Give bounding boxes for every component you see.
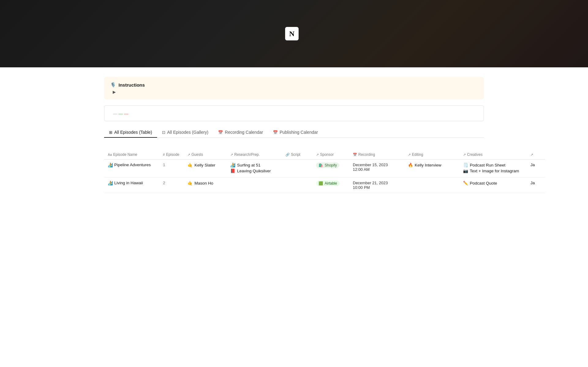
sponsor-emoji: 🟩 bbox=[318, 181, 323, 185]
episode-name-cell: 🏄 Living in Hawaii bbox=[108, 181, 156, 185]
research-text: Surfing at 51 bbox=[237, 163, 261, 167]
new-badge bbox=[113, 114, 117, 115]
tab-publishing-calendar[interactable]: 📅 Publishing Calendar bbox=[268, 127, 323, 138]
episode-icon: 🏄 bbox=[108, 181, 113, 185]
sponsor-badge: 🟩 Airtable bbox=[316, 181, 340, 186]
creative-text: Podcast Quote bbox=[470, 181, 497, 185]
recording-date: December 15, 202312:00 AM bbox=[353, 163, 401, 172]
research-text: Leaving Quiksilver bbox=[237, 169, 271, 173]
creative-item: ✏️ Podcast Quote bbox=[463, 181, 523, 185]
recording-cell: December 15, 202312:00 AM bbox=[349, 159, 404, 178]
research-item: 🏄 Surfing at 51 bbox=[230, 163, 278, 167]
guest-emoji: 🤙 bbox=[187, 163, 193, 167]
sponsor-badge: 🛍️ Shopify bbox=[316, 163, 339, 168]
th-research: ↗Research/Prep. bbox=[227, 150, 282, 159]
hero-banner: N bbox=[0, 0, 588, 67]
th-script: 🔗Script bbox=[282, 150, 312, 159]
guest-name: 🤙 Mason Ho bbox=[187, 181, 223, 185]
research-icon: 📕 bbox=[230, 168, 236, 173]
th-guests: ↗Guests bbox=[184, 150, 227, 159]
notion-logo-icon: N bbox=[285, 27, 299, 40]
guest-name-text: Kelly Slater bbox=[194, 163, 215, 167]
table-icon: ⊞ bbox=[109, 130, 112, 135]
publishing-cal-icon: 📅 bbox=[273, 130, 278, 135]
hero-title-container: N bbox=[285, 27, 303, 40]
page-content: 🎙️ Instructions ▶ ⊞ All Episodes (Table) bbox=[80, 77, 508, 212]
open-instructions-toggle[interactable]: ▶ bbox=[110, 90, 478, 94]
research-cell bbox=[227, 178, 282, 193]
episode-name-cell: 🏄 Pipeline Adventures bbox=[108, 163, 156, 167]
tab-recording-calendar[interactable]: 📅 Recording Calendar bbox=[213, 127, 268, 138]
creative-icon: 🗒️ bbox=[463, 163, 468, 167]
mic-icon: 🎙️ bbox=[110, 82, 116, 88]
th-sponsor: ↗Sponsor bbox=[312, 150, 349, 159]
guest-name: 🤙 Kelly Slater bbox=[187, 163, 223, 167]
extra-cell: Ja bbox=[527, 159, 545, 178]
recording-cal-icon: 📅 bbox=[218, 130, 223, 135]
tab-all-episodes-table[interactable]: ⊞ All Episodes (Table) bbox=[104, 127, 157, 138]
creative-text: Text + Image for Instagram bbox=[470, 169, 519, 173]
tab-label-2: All Episodes (Gallery) bbox=[167, 130, 209, 135]
table-row[interactable]: 🏄 Pipeline Adventures 1 🤙 Kelly Slater 🏄… bbox=[104, 159, 545, 178]
creatives-cell: 🗒️ Podcast Run Sheet 📷 Text + Image for … bbox=[459, 159, 527, 178]
triangle-icon: ▶ bbox=[113, 90, 115, 94]
open-badge bbox=[119, 114, 123, 115]
info-callout-text bbox=[113, 110, 128, 117]
episodes-table: AaEpisode Name #Episode ↗Guests ↗Researc… bbox=[104, 150, 545, 193]
sponsor-emoji: 🛍️ bbox=[318, 163, 323, 167]
research-item: 📕 Leaving Quiksilver bbox=[230, 168, 278, 173]
editing-cell bbox=[404, 178, 459, 193]
th-extra: ↗ bbox=[527, 150, 545, 159]
tab-label-1: All Episodes (Table) bbox=[114, 130, 152, 135]
instructions-header: 🎙️ Instructions bbox=[110, 82, 478, 88]
tabs-row: ⊞ All Episodes (Table) ⊡ All Episodes (G… bbox=[104, 127, 484, 138]
creative-item: 📷 Text + Image for Instagram bbox=[463, 168, 523, 173]
tab-label-3: Recording Calendar bbox=[225, 130, 263, 135]
guest-cell: 🤙 Mason Ho bbox=[184, 178, 227, 193]
editing-text: Kelly Interview bbox=[415, 163, 441, 167]
tab-label-4: Publishing Calendar bbox=[280, 130, 318, 135]
checklist-badge bbox=[124, 114, 128, 115]
episode-name-text: Pipeline Adventures bbox=[114, 163, 151, 167]
sponsor-name: Shopify bbox=[325, 163, 337, 167]
script-cell bbox=[282, 178, 312, 193]
th-recording: 📅Recording bbox=[349, 150, 404, 159]
episode-number-cell: 2 bbox=[159, 178, 184, 193]
guest-name-text: Mason Ho bbox=[194, 181, 213, 185]
research-icon: 🏄 bbox=[230, 163, 236, 167]
sponsor-name: Airtable bbox=[325, 181, 337, 185]
sponsor-cell: 🛍️ Shopify bbox=[312, 159, 349, 178]
episode-icon: 🏄 bbox=[108, 163, 113, 167]
creative-icon: 📷 bbox=[463, 168, 468, 173]
creative-item: 🗒️ Podcast Run Sheet bbox=[463, 163, 523, 167]
sponsor-cell: 🟩 Airtable bbox=[312, 178, 349, 193]
guest-cell: 🤙 Kelly Slater bbox=[184, 159, 227, 178]
creatives-cell: ✏️ Podcast Quote bbox=[459, 178, 527, 193]
creative-icon: ✏️ bbox=[463, 181, 468, 185]
editing-icon: 🔥 bbox=[408, 163, 413, 167]
info-callout bbox=[104, 105, 484, 121]
th-editing: ↗Editing bbox=[404, 150, 459, 159]
episode-number-cell: 1 bbox=[159, 159, 184, 178]
table-row[interactable]: 🏄 Living in Hawaii 2 🤙 Mason Ho 🟩 Airtab… bbox=[104, 178, 545, 193]
tab-all-episodes-gallery[interactable]: ⊡ All Episodes (Gallery) bbox=[157, 127, 213, 138]
episode-name-text: Living in Hawaii bbox=[114, 181, 143, 185]
table-header-row: AaEpisode Name #Episode ↗Guests ↗Researc… bbox=[104, 150, 545, 159]
th-episode-name: AaEpisode Name bbox=[104, 150, 159, 159]
editing-item: 🔥 Kelly Interview bbox=[408, 163, 456, 167]
extra-cell: Ja bbox=[527, 178, 545, 193]
editing-cell: 🔥 Kelly Interview bbox=[404, 159, 459, 178]
gallery-icon: ⊡ bbox=[162, 130, 165, 135]
guest-emoji: 🤙 bbox=[187, 181, 193, 185]
script-cell bbox=[282, 159, 312, 178]
th-creatives: ↗Creatives bbox=[459, 150, 527, 159]
instructions-label: Instructions bbox=[119, 82, 145, 88]
research-cell: 🏄 Surfing at 51 📕 Leaving Quiksilver bbox=[227, 159, 282, 178]
recording-cell: December 21, 202310:00 PM bbox=[349, 178, 404, 193]
instructions-callout: 🎙️ Instructions ▶ bbox=[104, 77, 484, 99]
creative-text: Podcast Run Sheet bbox=[470, 163, 505, 167]
recording-date: December 21, 202310:00 PM bbox=[353, 181, 401, 190]
th-episode-num: #Episode bbox=[159, 150, 184, 159]
